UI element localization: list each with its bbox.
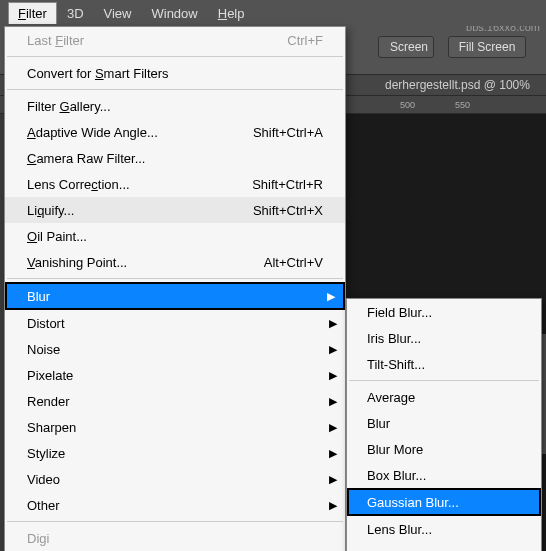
chevron-right-icon: ▶ [329, 421, 337, 434]
menu-item-vanishing-point[interactable]: Vanishing Point...Alt+Ctrl+V [5, 249, 345, 275]
submenu-item-lens-blur[interactable]: Lens Blur... [347, 516, 541, 542]
screen-button[interactable]: Screen [378, 36, 434, 58]
chevron-right-icon: ▶ [329, 317, 337, 330]
menu-item-noise[interactable]: Noise▶ [5, 336, 345, 362]
menu-item-lens-correction[interactable]: Lens Correction...Shift+Ctrl+R [5, 171, 345, 197]
submenu-item-motion-blur[interactable]: Motion Blur [347, 542, 541, 551]
menu-item-blur[interactable]: Blur▶ [5, 282, 345, 310]
menu-item-digi: Digi [5, 525, 345, 551]
filter-menu-dropdown: Last FilterCtrl+FConvert for Smart Filte… [4, 26, 346, 551]
menu-item-pixelate[interactable]: Pixelate▶ [5, 362, 345, 388]
menu-item-stylize[interactable]: Stylize▶ [5, 440, 345, 466]
menu-item-video[interactable]: Video▶ [5, 466, 345, 492]
submenu-item-field-blur[interactable]: Field Blur... [347, 299, 541, 325]
menu-item-liquify[interactable]: Liquify...Shift+Ctrl+X [5, 197, 345, 223]
submenu-item-blur[interactable]: Blur [347, 410, 541, 436]
blur-submenu: Field Blur...Iris Blur...Tilt-Shift...Av… [346, 298, 542, 551]
menu-item-camera-raw-filter[interactable]: Camera Raw Filter... [5, 145, 345, 171]
menubar-item-window[interactable]: Window [141, 2, 207, 25]
menu-item-oil-paint[interactable]: Oil Paint... [5, 223, 345, 249]
chevron-right-icon: ▶ [329, 499, 337, 512]
submenu-item-iris-blur[interactable]: Iris Blur... [347, 325, 541, 351]
menubar: Filter3DViewWindowHelp [0, 0, 546, 26]
chevron-right-icon: ▶ [329, 343, 337, 356]
menu-item-adaptive-wide-angle[interactable]: Adaptive Wide Angle...Shift+Ctrl+A [5, 119, 345, 145]
submenu-item-box-blur[interactable]: Box Blur... [347, 462, 541, 488]
menu-item-other[interactable]: Other▶ [5, 492, 345, 518]
menu-item-render[interactable]: Render▶ [5, 388, 345, 414]
fill-screen-button[interactable]: Fill Screen [448, 36, 526, 58]
chevron-right-icon: ▶ [329, 369, 337, 382]
chevron-right-icon: ▶ [329, 447, 337, 460]
menu-item-distort[interactable]: Distort▶ [5, 310, 345, 336]
menu-item-sharpen[interactable]: Sharpen▶ [5, 414, 345, 440]
menu-item-last-filter: Last FilterCtrl+F [5, 27, 345, 53]
menu-item-convert-for-smart-filters[interactable]: Convert for Smart Filters [5, 60, 345, 86]
chevron-right-icon: ▶ [329, 395, 337, 408]
submenu-item-average[interactable]: Average [347, 384, 541, 410]
chevron-right-icon: ▶ [329, 473, 337, 486]
menubar-item-view[interactable]: View [94, 2, 142, 25]
menubar-item-filter[interactable]: Filter [8, 2, 57, 24]
submenu-item-tilt-shift[interactable]: Tilt-Shift... [347, 351, 541, 377]
submenu-item-blur-more[interactable]: Blur More [347, 436, 541, 462]
submenu-item-gaussian-blur[interactable]: Gaussian Blur... [347, 488, 541, 516]
chevron-right-icon: ▶ [327, 290, 335, 303]
menubar-item-help[interactable]: Help [208, 2, 255, 25]
menu-item-filter-gallery[interactable]: Filter Gallery... [5, 93, 345, 119]
menubar-item-3d[interactable]: 3D [57, 2, 94, 25]
